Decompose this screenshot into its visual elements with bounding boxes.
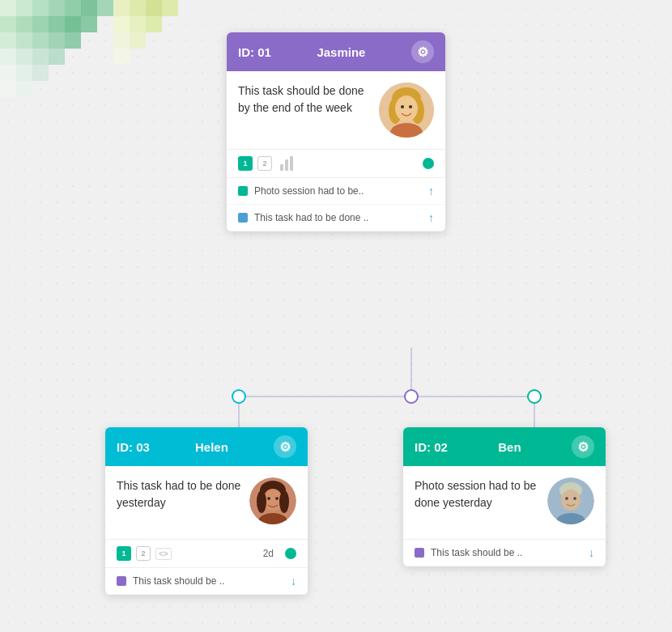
svg-rect-7 (0, 16, 16, 32)
card-ben-gear[interactable]: ⚙ (572, 435, 594, 458)
svg-rect-5 (81, 0, 97, 16)
svg-rect-22 (0, 65, 16, 81)
svg-rect-34 (113, 32, 130, 49)
card-helen-gear[interactable]: ⚙ (274, 435, 296, 458)
svg-point-54 (267, 497, 270, 500)
svg-rect-26 (16, 81, 32, 97)
svg-rect-31 (113, 16, 130, 32)
badge-2: 2 (257, 156, 272, 171)
status-dot-jasmine (423, 158, 434, 169)
task-label-1: Photo session had to be.. (254, 185, 422, 197)
card-jasmine-tasks: Photo session had to be.. ↑ This task ha… (227, 177, 445, 231)
task-label-ben-1: This task should be .. (431, 547, 582, 558)
svg-rect-4 (65, 0, 81, 16)
svg-point-45 (395, 95, 418, 121)
svg-rect-25 (0, 81, 16, 97)
svg-point-55 (275, 497, 279, 500)
task-color-helen-purple (117, 576, 126, 586)
svg-rect-19 (16, 49, 32, 65)
svg-rect-28 (130, 0, 146, 16)
svg-rect-16 (49, 32, 65, 49)
task-row-2: This task had to be done .. ↑ (227, 205, 445, 231)
svg-rect-27 (113, 0, 130, 16)
badge-1: 1 (238, 156, 253, 171)
card-helen-header: ID: 03 Helen ⚙ (105, 427, 308, 466)
card-jasmine-footer: 1 2 (227, 149, 445, 177)
card-jasmine-name: Jasmine (317, 45, 365, 59)
card-helen-text: This task had to be done yesterday (117, 477, 241, 511)
card-ben: ID: 02 Ben ⚙ Photo session had to be don… (403, 427, 606, 566)
svg-rect-18 (0, 49, 16, 65)
task-color-ben-purple (415, 548, 424, 558)
card-helen-name: Helen (195, 440, 228, 454)
svg-rect-13 (0, 32, 16, 49)
svg-rect-0 (0, 0, 16, 16)
card-jasmine-gear[interactable]: ⚙ (411, 40, 434, 63)
task-color-green (238, 186, 248, 196)
svg-rect-10 (49, 16, 65, 32)
svg-rect-24 (32, 65, 49, 81)
svg-rect-11 (65, 16, 81, 32)
task-row-1: Photo session had to be.. ↑ (227, 178, 445, 205)
svg-rect-14 (16, 32, 32, 49)
node-ben (527, 389, 542, 404)
svg-rect-29 (146, 0, 162, 16)
svg-rect-17 (65, 32, 81, 49)
svg-rect-33 (146, 16, 162, 32)
svg-rect-35 (130, 32, 146, 49)
mosaic-background (0, 0, 194, 162)
code-icon-helen: <> (155, 548, 172, 560)
task-color-blue (238, 213, 248, 223)
card-ben-text: Photo session had to be done yesterday (415, 477, 539, 511)
svg-point-53 (279, 490, 289, 513)
svg-rect-32 (130, 16, 146, 32)
svg-rect-3 (49, 0, 65, 16)
card-jasmine: ID: 01 Jasmine ⚙ This task should be don… (227, 32, 445, 231)
svg-rect-30 (162, 0, 178, 16)
avatar-helen (249, 477, 296, 524)
svg-rect-36 (113, 49, 130, 65)
card-helen-footer: 1 2 <> 2d (105, 539, 308, 567)
svg-rect-1 (16, 0, 32, 16)
svg-rect-21 (49, 49, 65, 65)
bar-chart-icon (280, 156, 293, 171)
svg-rect-12 (81, 16, 97, 32)
task-arrow-helen-1: ↓ (291, 575, 296, 587)
task-label-helen-1: This task should be .. (133, 575, 284, 587)
card-ben-tasks: This task should be .. ↓ (403, 539, 606, 566)
card-helen-body: This task had to be done yesterday (105, 466, 308, 539)
svg-point-47 (409, 105, 412, 108)
svg-point-52 (257, 490, 266, 513)
badge-helen-1: 1 (117, 546, 131, 561)
card-jasmine-id: ID: 01 (238, 45, 271, 59)
task-label-2: This task had to be done .. (254, 212, 422, 223)
card-ben-name: Ben (498, 440, 521, 454)
svg-rect-2 (32, 0, 49, 16)
card-helen: ID: 03 Helen ⚙ This task had to be done … (105, 427, 308, 595)
card-ben-id: ID: 02 (415, 440, 448, 454)
svg-rect-9 (32, 16, 49, 32)
badge-helen-2: 2 (136, 546, 151, 561)
card-jasmine-text: This task should be done by the end of t… (238, 83, 371, 117)
task-arrow-2: ↑ (428, 211, 434, 224)
svg-point-61 (573, 497, 576, 500)
svg-rect-6 (97, 0, 113, 16)
card-ben-header: ID: 02 Ben ⚙ (403, 427, 606, 466)
svg-point-59 (561, 490, 581, 511)
card-jasmine-header: ID: 01 Jasmine ⚙ (227, 32, 445, 71)
svg-point-46 (401, 105, 404, 108)
task-row-ben-1: This task should be .. ↓ (403, 540, 606, 566)
svg-rect-8 (16, 16, 32, 32)
task-arrow-1: ↑ (428, 185, 434, 197)
status-dot-helen (285, 548, 296, 559)
card-ben-body: Photo session had to be done yesterday (403, 466, 606, 539)
svg-rect-20 (32, 49, 49, 65)
svg-point-60 (565, 497, 568, 500)
card-helen-id: ID: 03 (117, 440, 150, 454)
avatar-jasmine (379, 83, 434, 138)
svg-rect-15 (32, 32, 49, 49)
card-jasmine-body: This task should be done by the end of t… (227, 71, 445, 149)
node-helen (232, 389, 246, 404)
task-row-helen-1: This task should be .. ↓ (105, 568, 308, 595)
helen-footer-text: 2d (263, 548, 274, 559)
